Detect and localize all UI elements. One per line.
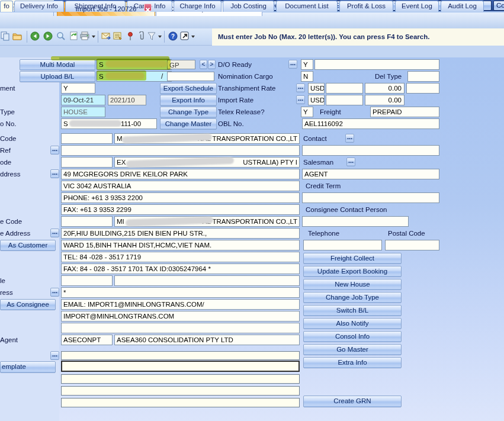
pin-icon[interactable]	[126, 31, 135, 42]
shipper-address-lookup-button[interactable]: ...	[50, 169, 59, 178]
ref-lookup-button[interactable]: ...	[50, 146, 59, 155]
shipper-address-line3[interactable]: PHONE: +61 3 9353 2200	[61, 192, 300, 203]
consignee-code-field[interactable]	[61, 216, 113, 227]
consignee-address-line4[interactable]: FAX: 84 - 028 - 3517 1701 TAX ID:0305247…	[61, 263, 300, 274]
transhipment-amount-field[interactable]: 0.00	[365, 83, 405, 94]
next-button[interactable]: >	[208, 60, 216, 69]
import-amount-field[interactable]: 0.00	[365, 95, 405, 105]
nomination-cargo-field[interactable]: N	[301, 71, 313, 82]
freight-collect-button[interactable]: Freight Collect	[303, 253, 402, 264]
folder-icon[interactable]	[12, 31, 22, 42]
consol-info-button[interactable]: Consol Info	[303, 331, 402, 342]
do-ready-lookup-button[interactable]: ...	[288, 60, 297, 69]
refresh-icon[interactable]	[69, 31, 79, 42]
agent-code-field[interactable]: ASECONPT	[61, 335, 113, 345]
credit-term-field[interactable]	[302, 192, 439, 203]
transhipment-extra-field[interactable]	[406, 83, 439, 94]
job-month-field[interactable]: 2021/10	[108, 95, 146, 105]
notify-address-line1[interactable]: *	[61, 287, 300, 298]
multi-modal-button[interactable]: Multi Modal	[20, 59, 95, 70]
contact-field[interactable]	[302, 145, 439, 156]
salesman-lookup-button[interactable]: ...	[346, 158, 355, 166]
tab-info-active-clipped[interactable]: fo	[0, 1, 13, 12]
shipper-code-field[interactable]	[61, 133, 113, 144]
tab-event-log[interactable]: Event Log	[395, 1, 439, 12]
tab-job-costing[interactable]: Job Costing	[223, 1, 274, 12]
switch-bl-button[interactable]: Switch B/L	[303, 305, 402, 316]
template-field-1[interactable]	[61, 351, 300, 360]
filter-dropdown-icon[interactable]	[158, 36, 162, 40]
export-dropdown-icon[interactable]	[191, 36, 195, 40]
filter-icon[interactable]	[147, 31, 156, 42]
forward-icon[interactable]	[43, 31, 53, 42]
tab-delivery-info[interactable]: Delivery Info	[14, 1, 64, 12]
agent-name-field[interactable]: ASEA360 CONSOLIDATION PTY LTD	[114, 335, 300, 345]
template-field-3[interactable]	[61, 374, 300, 384]
obl-no-field[interactable]: AEL1116092	[302, 118, 439, 129]
import-currency-field[interactable]: USD	[308, 95, 325, 105]
close-icon[interactable]	[144, 4, 152, 11]
consignor-code-field[interactable]	[61, 157, 113, 168]
notify-code-field[interactable]	[61, 275, 113, 286]
print-dropdown-icon[interactable]	[92, 36, 95, 40]
change-type-button[interactable]: Change Type	[160, 107, 217, 118]
as-customer-button[interactable]: As Customer	[0, 240, 56, 251]
template-field-2-focused[interactable]	[61, 361, 300, 372]
also-notify-button[interactable]: Also Notify	[303, 318, 402, 329]
tab-document-list[interactable]: Document List	[276, 1, 338, 12]
shipper-address-line4[interactable]: FAX: +61 3 9353 2299	[61, 204, 300, 215]
notify-name-field[interactable]	[114, 275, 300, 286]
notify-address-line4[interactable]	[61, 323, 300, 333]
consignee-address-lookup-button[interactable]: ...	[50, 229, 59, 237]
attachment-icon[interactable]	[137, 31, 146, 42]
container-type2-field[interactable]	[167, 72, 214, 81]
container-type-field[interactable]: GP	[167, 60, 195, 69]
freight-term-field[interactable]: PREPAID	[370, 107, 439, 117]
upload-bl-button[interactable]: Upload B/L	[20, 71, 95, 82]
transhipment-rate-field[interactable]	[326, 83, 363, 94]
consignee-address-line1[interactable]: 20F,HIU BUILDING,215 DIEN BIEN PHU STR.,	[61, 228, 300, 239]
postal-code-field[interactable]	[385, 240, 439, 250]
ref-field[interactable]	[61, 145, 300, 156]
consignee-address-line2[interactable]: WARD 15,BINH THANH DIST,HCMC,VIET NAM.	[61, 240, 300, 250]
consignee-contact-person-field[interactable]	[302, 216, 409, 227]
del-type-field[interactable]	[407, 71, 439, 82]
telephone-field[interactable]	[303, 240, 382, 250]
salesman-field[interactable]: AGENT	[302, 169, 439, 179]
do-ready-field[interactable]: Y	[301, 59, 313, 70]
tab-profit-loss[interactable]: Profit & Loss	[339, 1, 393, 12]
consol-button-clipped[interactable]: Con	[493, 1, 504, 11]
export-icon[interactable]	[180, 31, 190, 42]
prev-button[interactable]: <	[200, 60, 207, 69]
create-grn-button[interactable]: Create GRN	[303, 396, 402, 407]
notify-address-line2[interactable]: EMAIL: IMPORT1@MINHLONGTRANS.COM/	[61, 299, 300, 310]
transhipment-lookup-button[interactable]: ...	[296, 83, 305, 92]
copy-icon[interactable]	[1, 31, 10, 42]
tab-charge-info[interactable]: Charge Info	[174, 1, 221, 12]
notify-address-lookup-button[interactable]: ...	[50, 288, 59, 297]
print-icon[interactable]	[80, 31, 89, 42]
shipment-flag-field[interactable]: Y	[61, 83, 95, 94]
job-date-field[interactable]: 09-Oct-21	[61, 95, 105, 105]
shipper-address-line1[interactable]: 49 MCGREGORS DRIVE KEILOR PARK	[61, 169, 300, 179]
mail-icon[interactable]	[101, 31, 111, 42]
import-rate-field[interactable]	[326, 95, 363, 105]
update-export-booking-button[interactable]: Update Export Booking	[303, 266, 402, 277]
template-field-4[interactable]	[61, 386, 300, 396]
back-icon[interactable]	[30, 31, 40, 42]
template-field-5[interactable]	[61, 398, 300, 407]
consignee-address-line3[interactable]: TEL: 84 -028 - 3517 1719	[61, 252, 300, 262]
template-lookup-button[interactable]: ...	[50, 351, 59, 360]
export-schedule-button[interactable]: Export Schedule	[160, 83, 217, 94]
contact-lookup-button[interactable]: ...	[345, 134, 354, 143]
extra-info-button[interactable]: Extra Info	[303, 357, 402, 368]
go-master-button[interactable]: Go Master	[303, 344, 402, 355]
do-ready-detail-field[interactable]	[314, 59, 439, 70]
search-icon[interactable]	[56, 31, 66, 42]
help-icon[interactable]: ?	[168, 31, 178, 42]
shipper-address-line2[interactable]: VIC 3042 AUSTRALIA	[61, 181, 300, 191]
template-button-clipped[interactable]: emplate	[0, 361, 56, 373]
job-type-field[interactable]: HOUSE	[61, 107, 105, 117]
telex-release-field[interactable]: Y	[301, 107, 313, 117]
tab-audit-log[interactable]: Audit Log	[441, 1, 484, 12]
